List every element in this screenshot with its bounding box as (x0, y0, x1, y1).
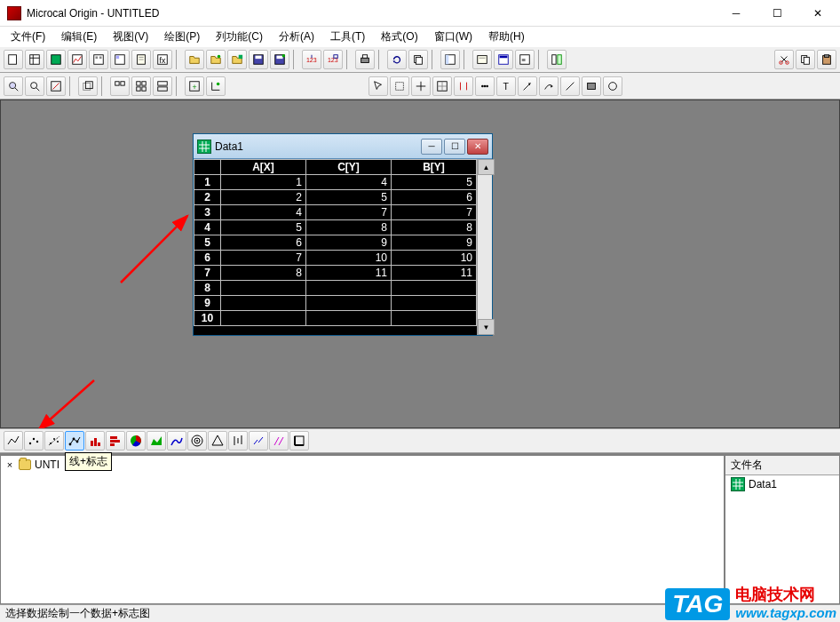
pane-close-icon[interactable]: × (4, 459, 16, 471)
col-header-c[interactable]: C[Y] (306, 160, 392, 175)
data-cell[interactable]: 8 (221, 266, 306, 281)
line-tool-icon[interactable] (560, 76, 580, 96)
refresh-icon[interactable] (387, 50, 407, 69)
new-excel-icon[interactable] (46, 50, 66, 69)
new-graph-icon[interactable] (67, 50, 87, 69)
circle-tool-icon[interactable] (603, 76, 622, 96)
row-header[interactable]: 10 (194, 311, 221, 326)
zoom-out-icon[interactable] (25, 76, 44, 96)
child-close-button[interactable]: ✕ (467, 139, 488, 155)
layer-icon[interactable] (78, 76, 98, 96)
table-row[interactable]: 671010 (194, 251, 477, 266)
rescale-icon[interactable] (46, 76, 66, 96)
data-cell[interactable]: 1 (221, 175, 306, 190)
table-row[interactable]: 1145 (194, 175, 477, 190)
new-project-icon[interactable] (4, 50, 23, 69)
menu-help[interactable]: 帮助(H) (481, 28, 532, 45)
menu-column[interactable]: 列功能(C) (209, 28, 270, 45)
pointer-icon[interactable] (368, 76, 388, 96)
row-header[interactable]: 4 (194, 220, 221, 235)
data-cell[interactable]: 7 (221, 251, 306, 266)
data-cell[interactable] (392, 281, 477, 296)
table-row[interactable]: 10 (194, 311, 477, 326)
results-log-icon[interactable] (472, 50, 492, 69)
table-row[interactable]: 9 (194, 296, 477, 311)
row-header[interactable]: 2 (194, 190, 221, 205)
data-cell[interactable]: 5 (392, 175, 477, 190)
highlow-plot-icon[interactable] (228, 431, 248, 451)
row-header[interactable]: 7 (194, 266, 221, 281)
data-cell[interactable] (221, 281, 306, 296)
data-selector-icon[interactable] (454, 76, 473, 96)
data-cell[interactable]: 7 (392, 205, 477, 220)
polar-plot-icon[interactable] (167, 431, 186, 451)
data-cell[interactable] (306, 311, 392, 326)
mask-icon[interactable] (475, 76, 495, 96)
data-cell[interactable]: 11 (306, 266, 392, 281)
data-cell[interactable] (392, 296, 477, 311)
project-explorer-icon[interactable] (440, 50, 460, 69)
new-function-icon[interactable]: fx (153, 50, 172, 69)
open-icon[interactable] (185, 50, 204, 69)
template-plot-icon[interactable] (289, 431, 309, 451)
text-tool-icon[interactable]: T (496, 76, 516, 96)
project-explorer-pane[interactable]: × UNTI 线+标志 (0, 455, 725, 604)
vector-plot-icon[interactable] (249, 431, 268, 451)
row-header[interactable]: 8 (194, 281, 221, 296)
data-grid[interactable]: A[X] C[Y] B[Y] 1145225634774588569967101… (194, 159, 477, 326)
table-row[interactable]: 2256 (194, 190, 477, 205)
data-cell[interactable]: 9 (306, 235, 392, 251)
save-template-icon[interactable] (270, 50, 289, 69)
add-axes-icon[interactable] (206, 76, 226, 96)
open-template-icon[interactable] (206, 50, 226, 69)
add-plot-icon[interactable]: + (185, 76, 204, 96)
paste-icon[interactable] (817, 50, 836, 69)
col-header-b[interactable]: B[Y] (392, 160, 477, 175)
new-worksheet-icon[interactable] (25, 50, 44, 69)
worksheet-window[interactable]: Data1 ─ ☐ ✕ A[X] C[Y] B[Y] 1145225634774… (193, 133, 493, 336)
worksheet-titlebar[interactable]: Data1 ─ ☐ ✕ (194, 134, 492, 159)
menu-tools[interactable]: 工具(T) (323, 28, 372, 45)
import-multi-ascii-icon[interactable]: 123 (323, 50, 343, 69)
table-row[interactable]: 3477 (194, 205, 477, 220)
minimize-button[interactable]: ─ (716, 1, 757, 26)
duplicate-icon[interactable] (408, 50, 428, 69)
area-plot-icon[interactable] (147, 431, 166, 451)
data-cell[interactable]: 4 (221, 205, 306, 220)
open-excel-icon[interactable] (227, 50, 247, 69)
bar-plot-icon[interactable] (106, 431, 125, 451)
menu-view[interactable]: 视图(V) (106, 28, 155, 45)
table-row[interactable]: 4588 (194, 220, 477, 235)
data-cell[interactable]: 11 (392, 266, 477, 281)
zoom-rect-icon[interactable] (390, 76, 409, 96)
child-minimize-button[interactable]: ─ (421, 139, 442, 155)
pie-chart-icon[interactable] (126, 431, 146, 451)
copy-icon[interactable] (796, 50, 815, 69)
data-cell[interactable] (306, 296, 392, 311)
data-cell[interactable]: 5 (221, 220, 306, 235)
row-header[interactable]: 5 (194, 235, 221, 251)
row-header[interactable]: 9 (194, 296, 221, 311)
data-reader-icon[interactable] (411, 76, 431, 96)
line-plot-icon[interactable] (4, 431, 23, 451)
column-plot-icon[interactable] (85, 431, 105, 451)
code-builder-icon[interactable] (494, 50, 513, 69)
data-cell[interactable]: 5 (306, 190, 392, 205)
cut-icon[interactable] (774, 50, 794, 69)
data-cell[interactable] (221, 296, 306, 311)
dot-line-plot-icon[interactable] (44, 431, 64, 451)
corner-cell[interactable] (194, 160, 221, 175)
files-pane[interactable]: 文件名 Data1 (725, 455, 840, 604)
arrange-icon[interactable] (153, 76, 172, 96)
data-cell[interactable]: 4 (306, 175, 392, 190)
table-row[interactable]: 8 (194, 281, 477, 296)
script-window-icon[interactable]: ≡ (515, 50, 535, 69)
arrow-tool-icon[interactable] (518, 76, 537, 96)
import-ascii-icon[interactable]: 123 (302, 50, 321, 69)
save-icon[interactable] (249, 50, 268, 69)
data-cell[interactable]: 6 (221, 235, 306, 251)
row-header[interactable]: 3 (194, 205, 221, 220)
data-cell[interactable]: 8 (306, 220, 392, 235)
screen-reader-icon[interactable] (432, 76, 452, 96)
target-plot-icon[interactable] (187, 431, 207, 451)
